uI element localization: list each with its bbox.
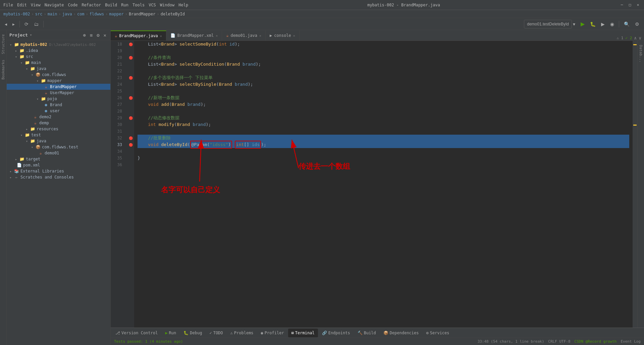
status-left: Tests passed: 1 (4 minutes ago) xyxy=(114,339,183,344)
sidebar-settings-button[interactable]: ⚙ xyxy=(95,32,101,38)
breadcrumb-mapper[interactable]: mapper xyxy=(109,12,123,16)
todo-tab[interactable]: ✓ TODO xyxy=(206,329,226,337)
tree-item-pojo[interactable]: ▾ 📁 pojo xyxy=(7,96,110,102)
breadcrumb-src[interactable]: src xyxy=(35,12,43,16)
dependencies-tab[interactable]: 📦 Dependencies xyxy=(380,329,422,337)
tree-item-demo2[interactable]: ☕ demo2 xyxy=(7,114,110,120)
bottom-tabs-bar: ⎇ Version Control ▶ Run 🐛 Debug ✓ TODO ⚠… xyxy=(111,328,644,338)
menu-refactor[interactable]: Refactor xyxy=(82,3,101,7)
tree-item-ext-lib[interactable]: ▸ 📚 External Libraries xyxy=(7,168,110,174)
sidebar-close-button[interactable]: ✕ xyxy=(102,32,108,38)
sidebar-title: Project xyxy=(9,32,28,38)
tree-item-target[interactable]: ▸ 📁 target xyxy=(7,156,110,162)
menu-window[interactable]: Window xyxy=(160,3,174,7)
tree-item-java[interactable]: ▾ 📁 java xyxy=(7,66,110,72)
debug-button[interactable]: 🐛 xyxy=(588,20,598,28)
bookmarks-tab[interactable]: Bookmarks xyxy=(0,57,7,82)
endpoints-tab[interactable]: 🔗 Endpoints xyxy=(319,329,354,337)
line-separator: CRLF UTF-8 xyxy=(548,339,570,344)
tree-item-usermapper[interactable]: ☕ UserMapper xyxy=(7,90,110,96)
forward-button[interactable]: ▸ xyxy=(10,20,17,28)
tree-item-test-package[interactable]: ▾ 📦 com.fldwws.test xyxy=(7,144,110,150)
title-bar-left: File Edit View Navigate Code Refactor Bu… xyxy=(3,3,188,7)
tree-item-demo01[interactable]: ☕ demo01 xyxy=(7,150,110,156)
tree-item-brandmapper[interactable]: ☕ BrandMapper xyxy=(7,84,110,90)
code-line-24: List<Brand> selectBySingle(Brand brand); xyxy=(138,81,629,88)
back-button[interactable]: ◂ xyxy=(3,20,9,28)
tree-item-test[interactable]: ▾ 📁 test xyxy=(7,132,110,138)
tab-console[interactable]: ▶ console ✕ xyxy=(266,30,300,41)
code-line-25 xyxy=(138,88,629,94)
menu-navigate[interactable]: Navigate xyxy=(45,3,64,7)
tree-item-scratches[interactable]: ▸ ✏️ Scratches and Consoles xyxy=(7,174,110,180)
build-tab[interactable]: 🔨 Build xyxy=(354,329,379,337)
breadcrumb-project[interactable]: mybatis-002 xyxy=(3,12,30,16)
problems-tab[interactable]: ⚠ Problems xyxy=(227,329,257,337)
services-tab[interactable]: ⚙ Services xyxy=(423,329,453,337)
database-tab[interactable]: Datab... xyxy=(637,42,644,65)
code-line-36 xyxy=(138,161,629,168)
terminal-tab[interactable]: ⊞ Terminal xyxy=(288,329,318,337)
project-structure-button[interactable]: 🗂 xyxy=(32,20,41,28)
profile-button[interactable]: ◉ xyxy=(608,20,616,28)
breadcrumb-java[interactable]: java xyxy=(62,12,72,16)
tree-item-package[interactable]: ▾ 📦 com.fldwws xyxy=(7,72,110,78)
tree-item-project[interactable]: ▾ 📁 mybatis-002 D:\Java01\mybatis-002 xyxy=(7,42,110,48)
menu-help[interactable]: Help xyxy=(178,3,188,7)
settings-button[interactable]: ⚙ xyxy=(633,20,641,28)
csdn-link[interactable]: CSDN @Record growth xyxy=(575,339,617,344)
tab-close-demo01[interactable]: ✕ xyxy=(259,34,261,38)
tab-demo01[interactable]: ☕ demo01.java ✕ xyxy=(222,30,266,41)
run-config-label: demo01.testDeleteById xyxy=(524,20,572,28)
sidebar-locate-button[interactable]: ⊕ xyxy=(82,32,87,38)
tab-close-brandmapper-xml[interactable]: ✕ xyxy=(216,34,218,38)
tab-close-console[interactable]: ✕ xyxy=(293,34,295,38)
tree-item-idea[interactable]: ▸ 📁 .idea xyxy=(7,48,110,54)
code-editor[interactable]: List<Brand> selectSomeByid(int id); //条件… xyxy=(134,41,633,328)
run-config-dropdown[interactable]: demo01.testDeleteById ▾ xyxy=(522,18,577,30)
menu-vcs[interactable]: VCS xyxy=(149,3,156,7)
event-log-link[interactable]: Event Log xyxy=(621,339,641,344)
coverage-button[interactable]: ▶ xyxy=(599,20,607,28)
tree-item-user[interactable]: ● user xyxy=(7,108,110,114)
breadcrumb-fldwws[interactable]: fldwws xyxy=(90,12,104,16)
version-control-tab[interactable]: ⎇ Version Control xyxy=(112,329,161,337)
menu-code[interactable]: Code xyxy=(68,3,78,7)
menu-file[interactable]: File xyxy=(3,3,13,7)
menu-bar[interactable]: File Edit View Navigate Code Refactor Bu… xyxy=(3,3,188,7)
tab-brandmapper-xml[interactable]: 📄 BrandMapper.xml ✕ xyxy=(166,30,222,41)
search-button[interactable]: 🔍 xyxy=(622,20,632,28)
minimize-button[interactable]: ─ xyxy=(619,2,625,8)
code-line-29: //动态修改数据 xyxy=(138,115,629,121)
structure-tab[interactable]: Structure xyxy=(0,31,7,57)
tree-item-demp[interactable]: ☕ demp xyxy=(7,120,110,126)
menu-build[interactable]: Build xyxy=(105,3,117,7)
run-button[interactable]: ▶ xyxy=(579,19,587,28)
tree-item-test-java[interactable]: ▾ 📁 java xyxy=(7,138,110,144)
breadcrumb-deletebyid: deleteById xyxy=(161,12,185,16)
run-tab[interactable]: ▶ Run xyxy=(162,329,179,337)
sidebar-expand-button[interactable]: ≡ xyxy=(89,32,94,38)
sync-button[interactable]: ⟳ xyxy=(22,20,31,28)
menu-tools[interactable]: Tools xyxy=(132,3,145,7)
tab-brandmapper-java[interactable]: ☕ BrandMapper.java ✕ xyxy=(111,30,166,41)
profiler-tab[interactable]: ◉ Profiler xyxy=(258,329,287,337)
code-line-19 xyxy=(138,48,629,54)
breadcrumb-main[interactable]: main xyxy=(48,12,57,16)
tree-item-pom[interactable]: 📄 pom.xml xyxy=(7,162,110,168)
cursor-position: 33:48 (54 chars, 1 line break) xyxy=(478,339,544,344)
tree-item-main[interactable]: ▾ 📁 main xyxy=(7,60,110,66)
tree-item-mapper[interactable]: ▾ 📁 mapper xyxy=(7,78,110,84)
tree-item-src[interactable]: ▾ 📁 src xyxy=(7,54,110,60)
menu-view[interactable]: View xyxy=(31,3,41,7)
debug-tab[interactable]: 🐛 Debug xyxy=(180,329,205,337)
editor-area: 18 19 20 21 22 23 24 25 26 27 28 29 30 3… xyxy=(111,41,644,328)
maximize-button[interactable]: □ xyxy=(627,2,633,8)
menu-run[interactable]: Run xyxy=(121,3,128,7)
tree-item-brand[interactable]: ● Brand xyxy=(7,102,110,108)
tree-item-resources[interactable]: ▸ 📁 resources xyxy=(7,126,110,132)
close-button[interactable]: ✕ xyxy=(635,2,641,8)
menu-edit[interactable]: Edit xyxy=(17,3,27,7)
tab-close-brandmapper[interactable]: ✕ xyxy=(160,34,162,38)
breadcrumb-com[interactable]: com xyxy=(77,12,85,16)
